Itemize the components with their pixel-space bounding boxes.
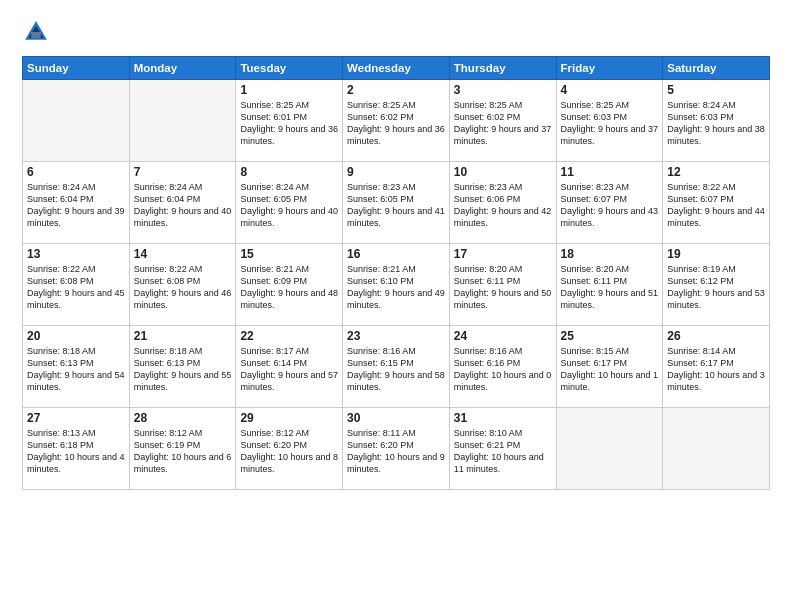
calendar-cell: 23Sunrise: 8:16 AM Sunset: 6:15 PM Dayli…	[343, 326, 450, 408]
day-number: 8	[240, 165, 338, 179]
logo-icon	[22, 18, 50, 46]
day-number: 15	[240, 247, 338, 261]
calendar-cell	[23, 80, 130, 162]
cell-text: Sunrise: 8:14 AM Sunset: 6:17 PM Dayligh…	[667, 345, 765, 394]
cell-text: Sunrise: 8:12 AM Sunset: 6:20 PM Dayligh…	[240, 427, 338, 476]
cell-text: Sunrise: 8:18 AM Sunset: 6:13 PM Dayligh…	[27, 345, 125, 394]
cell-text: Sunrise: 8:24 AM Sunset: 6:03 PM Dayligh…	[667, 99, 765, 148]
day-number: 16	[347, 247, 445, 261]
calendar-cell: 25Sunrise: 8:15 AM Sunset: 6:17 PM Dayli…	[556, 326, 663, 408]
cell-text: Sunrise: 8:16 AM Sunset: 6:16 PM Dayligh…	[454, 345, 552, 394]
weekday-header: Saturday	[663, 57, 770, 80]
day-number: 2	[347, 83, 445, 97]
cell-text: Sunrise: 8:12 AM Sunset: 6:19 PM Dayligh…	[134, 427, 232, 476]
cell-text: Sunrise: 8:24 AM Sunset: 6:04 PM Dayligh…	[134, 181, 232, 230]
cell-text: Sunrise: 8:22 AM Sunset: 6:07 PM Dayligh…	[667, 181, 765, 230]
calendar-cell: 17Sunrise: 8:20 AM Sunset: 6:11 PM Dayli…	[449, 244, 556, 326]
weekday-header: Wednesday	[343, 57, 450, 80]
day-number: 29	[240, 411, 338, 425]
calendar-cell: 26Sunrise: 8:14 AM Sunset: 6:17 PM Dayli…	[663, 326, 770, 408]
day-number: 9	[347, 165, 445, 179]
calendar-cell: 18Sunrise: 8:20 AM Sunset: 6:11 PM Dayli…	[556, 244, 663, 326]
cell-text: Sunrise: 8:11 AM Sunset: 6:20 PM Dayligh…	[347, 427, 445, 476]
calendar-cell: 24Sunrise: 8:16 AM Sunset: 6:16 PM Dayli…	[449, 326, 556, 408]
calendar-cell: 11Sunrise: 8:23 AM Sunset: 6:07 PM Dayli…	[556, 162, 663, 244]
calendar-cell	[129, 80, 236, 162]
cell-text: Sunrise: 8:25 AM Sunset: 6:02 PM Dayligh…	[454, 99, 552, 148]
calendar-cell	[556, 408, 663, 490]
calendar-cell: 5Sunrise: 8:24 AM Sunset: 6:03 PM Daylig…	[663, 80, 770, 162]
cell-text: Sunrise: 8:21 AM Sunset: 6:10 PM Dayligh…	[347, 263, 445, 312]
day-number: 18	[561, 247, 659, 261]
cell-text: Sunrise: 8:23 AM Sunset: 6:05 PM Dayligh…	[347, 181, 445, 230]
calendar-cell: 6Sunrise: 8:24 AM Sunset: 6:04 PM Daylig…	[23, 162, 130, 244]
page: SundayMondayTuesdayWednesdayThursdayFrid…	[0, 0, 792, 612]
calendar-cell: 12Sunrise: 8:22 AM Sunset: 6:07 PM Dayli…	[663, 162, 770, 244]
day-number: 28	[134, 411, 232, 425]
calendar-cell: 29Sunrise: 8:12 AM Sunset: 6:20 PM Dayli…	[236, 408, 343, 490]
cell-text: Sunrise: 8:18 AM Sunset: 6:13 PM Dayligh…	[134, 345, 232, 394]
day-number: 17	[454, 247, 552, 261]
svg-rect-2	[31, 32, 40, 38]
cell-text: Sunrise: 8:24 AM Sunset: 6:05 PM Dayligh…	[240, 181, 338, 230]
day-number: 31	[454, 411, 552, 425]
day-number: 21	[134, 329, 232, 343]
day-number: 26	[667, 329, 765, 343]
calendar-cell	[663, 408, 770, 490]
cell-text: Sunrise: 8:25 AM Sunset: 6:02 PM Dayligh…	[347, 99, 445, 148]
calendar-cell: 19Sunrise: 8:19 AM Sunset: 6:12 PM Dayli…	[663, 244, 770, 326]
weekday-header: Tuesday	[236, 57, 343, 80]
calendar-cell: 8Sunrise: 8:24 AM Sunset: 6:05 PM Daylig…	[236, 162, 343, 244]
day-number: 11	[561, 165, 659, 179]
calendar-cell: 28Sunrise: 8:12 AM Sunset: 6:19 PM Dayli…	[129, 408, 236, 490]
day-number: 27	[27, 411, 125, 425]
weekday-header: Thursday	[449, 57, 556, 80]
calendar-cell: 21Sunrise: 8:18 AM Sunset: 6:13 PM Dayli…	[129, 326, 236, 408]
calendar-cell: 16Sunrise: 8:21 AM Sunset: 6:10 PM Dayli…	[343, 244, 450, 326]
logo	[22, 18, 54, 46]
cell-text: Sunrise: 8:17 AM Sunset: 6:14 PM Dayligh…	[240, 345, 338, 394]
day-number: 19	[667, 247, 765, 261]
cell-text: Sunrise: 8:23 AM Sunset: 6:06 PM Dayligh…	[454, 181, 552, 230]
day-number: 23	[347, 329, 445, 343]
calendar-cell: 27Sunrise: 8:13 AM Sunset: 6:18 PM Dayli…	[23, 408, 130, 490]
cell-text: Sunrise: 8:20 AM Sunset: 6:11 PM Dayligh…	[454, 263, 552, 312]
calendar-cell: 20Sunrise: 8:18 AM Sunset: 6:13 PM Dayli…	[23, 326, 130, 408]
calendar-cell: 7Sunrise: 8:24 AM Sunset: 6:04 PM Daylig…	[129, 162, 236, 244]
cell-text: Sunrise: 8:13 AM Sunset: 6:18 PM Dayligh…	[27, 427, 125, 476]
day-number: 20	[27, 329, 125, 343]
day-number: 24	[454, 329, 552, 343]
calendar-cell: 22Sunrise: 8:17 AM Sunset: 6:14 PM Dayli…	[236, 326, 343, 408]
day-number: 3	[454, 83, 552, 97]
calendar-cell: 4Sunrise: 8:25 AM Sunset: 6:03 PM Daylig…	[556, 80, 663, 162]
day-number: 22	[240, 329, 338, 343]
weekday-header: Sunday	[23, 57, 130, 80]
day-number: 25	[561, 329, 659, 343]
calendar-cell: 3Sunrise: 8:25 AM Sunset: 6:02 PM Daylig…	[449, 80, 556, 162]
calendar-cell: 15Sunrise: 8:21 AM Sunset: 6:09 PM Dayli…	[236, 244, 343, 326]
calendar-cell: 30Sunrise: 8:11 AM Sunset: 6:20 PM Dayli…	[343, 408, 450, 490]
day-number: 13	[27, 247, 125, 261]
weekday-header: Friday	[556, 57, 663, 80]
cell-text: Sunrise: 8:19 AM Sunset: 6:12 PM Dayligh…	[667, 263, 765, 312]
calendar-cell: 10Sunrise: 8:23 AM Sunset: 6:06 PM Dayli…	[449, 162, 556, 244]
cell-text: Sunrise: 8:20 AM Sunset: 6:11 PM Dayligh…	[561, 263, 659, 312]
day-number: 1	[240, 83, 338, 97]
day-number: 4	[561, 83, 659, 97]
day-number: 5	[667, 83, 765, 97]
cell-text: Sunrise: 8:10 AM Sunset: 6:21 PM Dayligh…	[454, 427, 552, 476]
day-number: 6	[27, 165, 125, 179]
calendar-cell: 2Sunrise: 8:25 AM Sunset: 6:02 PM Daylig…	[343, 80, 450, 162]
calendar-cell: 1Sunrise: 8:25 AM Sunset: 6:01 PM Daylig…	[236, 80, 343, 162]
cell-text: Sunrise: 8:16 AM Sunset: 6:15 PM Dayligh…	[347, 345, 445, 394]
cell-text: Sunrise: 8:15 AM Sunset: 6:17 PM Dayligh…	[561, 345, 659, 394]
day-number: 14	[134, 247, 232, 261]
weekday-header: Monday	[129, 57, 236, 80]
calendar-cell: 31Sunrise: 8:10 AM Sunset: 6:21 PM Dayli…	[449, 408, 556, 490]
calendar: SundayMondayTuesdayWednesdayThursdayFrid…	[22, 56, 770, 490]
day-number: 10	[454, 165, 552, 179]
cell-text: Sunrise: 8:24 AM Sunset: 6:04 PM Dayligh…	[27, 181, 125, 230]
calendar-cell: 9Sunrise: 8:23 AM Sunset: 6:05 PM Daylig…	[343, 162, 450, 244]
cell-text: Sunrise: 8:25 AM Sunset: 6:01 PM Dayligh…	[240, 99, 338, 148]
cell-text: Sunrise: 8:25 AM Sunset: 6:03 PM Dayligh…	[561, 99, 659, 148]
